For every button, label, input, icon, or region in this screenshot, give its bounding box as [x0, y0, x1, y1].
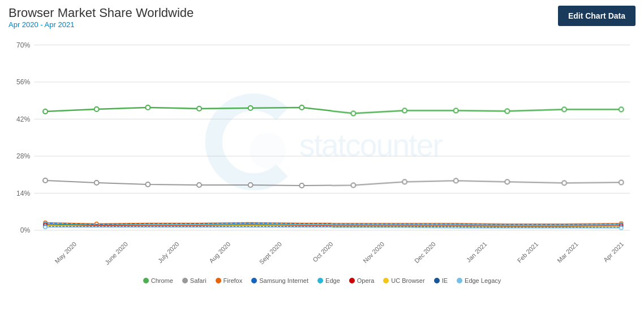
svg-point-49 [562, 180, 566, 185]
svg-point-29 [146, 105, 151, 110]
svg-text:statcounter: statcounter [299, 128, 443, 163]
svg-point-61 [620, 226, 623, 230]
legend-dot-firefox [216, 278, 221, 283]
svg-point-60 [44, 226, 47, 229]
edit-chart-button[interactable]: Edit Chart Data [558, 6, 636, 26]
svg-text:Aug 2020: Aug 2020 [208, 240, 231, 264]
svg-point-50 [619, 180, 624, 184]
svg-text:Feb 2021: Feb 2021 [516, 240, 540, 264]
legend-label-chrome: Chrome [151, 277, 173, 284]
legend-firefox: Firefox [216, 277, 243, 284]
legend-label-safari: Safari [190, 277, 207, 284]
svg-text:June 2020: June 2020 [104, 240, 129, 266]
svg-point-47 [454, 178, 458, 183]
svg-text:Dec 2020: Dec 2020 [413, 240, 437, 264]
svg-text:Nov 2020: Nov 2020 [362, 240, 385, 264]
svg-point-39 [43, 178, 48, 183]
legend-label-edge: Edge [325, 277, 340, 284]
legend-dot-chrome [143, 278, 149, 283]
svg-point-38 [619, 107, 624, 111]
svg-point-44 [300, 183, 304, 188]
svg-text:28%: 28% [16, 152, 30, 160]
legend-label-firefox: Firefox [224, 277, 243, 284]
svg-text:Jan 2021: Jan 2021 [465, 240, 488, 264]
svg-text:56%: 56% [16, 78, 30, 86]
legend-label-edge-legacy: Edge Legacy [465, 277, 501, 284]
legend-dot-edge [317, 278, 323, 283]
legend-label-uc: UC Browser [391, 277, 424, 284]
chart-legend: Chrome Safari Firefox Samsung Internet E… [8, 277, 636, 284]
svg-point-33 [351, 111, 355, 115]
svg-text:Apr 2021: Apr 2021 [602, 240, 625, 263]
legend-edge-legacy: Edge Legacy [457, 277, 501, 284]
svg-text:Mar 2021: Mar 2021 [556, 240, 579, 264]
main-container: Browser Market Share Worldwide Apr 2020 … [0, 0, 644, 327]
chart-svg: 70% 56% 42% 28% 14% 0% May 2020 June 202… [8, 32, 636, 275]
svg-text:70%: 70% [16, 41, 30, 49]
svg-text:Oct 2020: Oct 2020 [311, 240, 334, 263]
svg-point-37 [562, 107, 566, 111]
svg-text:July 2020: July 2020 [157, 240, 181, 264]
legend-dot-safari [182, 278, 188, 283]
svg-point-48 [505, 179, 509, 184]
svg-point-25 [250, 132, 286, 169]
svg-point-34 [402, 108, 407, 113]
svg-point-27 [43, 109, 48, 114]
legend-dot-edge-legacy [457, 278, 462, 283]
chart-title: Browser Market Share Worldwide [8, 6, 194, 20]
svg-point-43 [248, 183, 253, 187]
chart-area: 70% 56% 42% 28% 14% 0% May 2020 June 202… [8, 32, 636, 275]
legend-dot-opera [349, 278, 355, 283]
svg-point-30 [197, 106, 201, 111]
legend-uc: UC Browser [383, 277, 424, 284]
title-block: Browser Market Share Worldwide Apr 2020 … [8, 6, 194, 29]
svg-point-41 [146, 182, 151, 187]
chart-subtitle: Apr 2020 - Apr 2021 [8, 20, 194, 29]
svg-point-35 [454, 108, 458, 113]
svg-point-31 [248, 106, 253, 110]
svg-text:0%: 0% [20, 226, 31, 234]
legend-label-ie: IE [442, 277, 448, 284]
svg-point-42 [197, 183, 201, 187]
legend-dot-uc [383, 278, 389, 283]
legend-chrome: Chrome [143, 277, 173, 284]
legend-ie: IE [434, 277, 448, 284]
svg-point-36 [505, 109, 509, 113]
svg-point-46 [402, 179, 407, 184]
svg-point-40 [95, 180, 99, 185]
svg-text:42%: 42% [16, 115, 30, 123]
svg-text:May 2020: May 2020 [53, 240, 78, 265]
svg-text:Sept 2020: Sept 2020 [258, 240, 283, 265]
legend-dot-ie [434, 278, 440, 283]
legend-edge: Edge [317, 277, 340, 284]
legend-label-opera: Opera [357, 277, 375, 284]
legend-opera: Opera [349, 277, 375, 284]
svg-point-32 [300, 105, 304, 110]
legend-label-samsung: Samsung Internet [259, 277, 308, 284]
chart-header: Browser Market Share Worldwide Apr 2020 … [8, 6, 636, 29]
svg-point-28 [95, 107, 99, 111]
legend-samsung: Samsung Internet [251, 277, 308, 284]
legend-dot-samsung [251, 278, 257, 283]
svg-point-45 [351, 183, 355, 187]
legend-safari: Safari [182, 277, 207, 284]
svg-text:14%: 14% [16, 190, 30, 197]
